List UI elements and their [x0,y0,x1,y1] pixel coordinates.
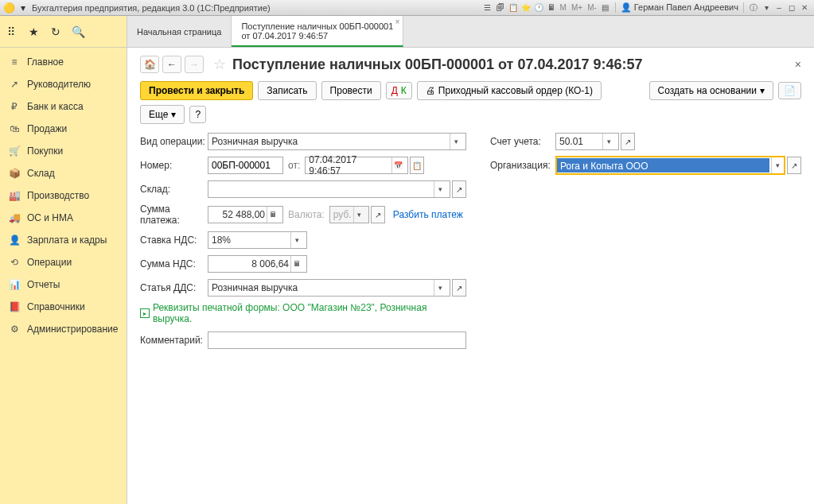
chevron-down-icon[interactable]: ▾ [771,157,784,173]
tab-label: Начальная страница [137,27,221,37]
tb-icon-1[interactable]: ☰ [481,2,494,14]
doc-state-icon[interactable]: 📋 [410,157,424,174]
chevron-down-icon[interactable]: ▾ [434,181,446,197]
tab-close-icon[interactable]: × [395,17,399,26]
mem-mminus[interactable]: M- [585,3,599,12]
nav-admin[interactable]: ⚙Администрирование [0,318,127,340]
tab-line2: от 07.04.2017 9:46:57 [241,31,393,41]
info-icon[interactable]: ⓘ [747,2,760,14]
more-button[interactable]: Еще ▾ [140,105,185,124]
tb-icon-list[interactable]: ▤ [599,2,612,14]
dropdown-icon-2[interactable]: ▾ [760,2,773,14]
op-type-select[interactable]: Розничная выручка ▾ [208,133,466,150]
nav-directories[interactable]: 📕Справочники [0,296,127,318]
currency-select: руб. ▾ [329,206,369,223]
apps-icon[interactable]: ⠿ [2,22,21,41]
nav-sales[interactable]: 🛍Продажи [0,118,127,140]
nav-salary[interactable]: 👤Зарплата и кадры [0,229,127,251]
vat-rate-select[interactable]: 18% ▾ [208,231,307,249]
split-payment-link[interactable]: Разбить платеж [393,209,463,220]
ruble-icon: ₽ [8,100,21,113]
open-dds-button[interactable]: ↗ [452,279,466,297]
nav-bank[interactable]: ₽Банк и касса [0,95,127,118]
report-button[interactable]: 📄 [778,82,801,99]
nav-label: Руководителю [27,79,91,90]
dropdown-icon[interactable]: ▾ [18,2,29,14]
search-icon[interactable]: 🔍 [68,22,88,41]
tb-icon-2[interactable]: 🗐 [494,2,507,14]
organization-select[interactable]: Рога и Копыта ООО ▾ [555,156,785,175]
home-button[interactable]: 🏠 [140,56,159,73]
open-organization-button[interactable]: ↗ [787,157,801,174]
person-icon: 👤 [8,234,21,246]
post-and-close-button[interactable]: Провести и закрыть [140,81,253,100]
debit-credit-button[interactable]: ДК [386,82,412,99]
mem-m[interactable]: M [558,3,569,12]
back-button[interactable]: ← [162,56,181,73]
open-warehouse-button[interactable]: ↗ [452,180,466,198]
sum-input[interactable]: 52 488,00 🖩 [208,206,283,223]
tb-icon-3[interactable]: 📋 [507,2,520,14]
nav-main[interactable]: ≡Главное [0,51,127,73]
nav-production[interactable]: 🏭Производство [0,184,127,207]
nav-reports[interactable]: 📊Отчеты [0,273,127,296]
chevron-down-icon[interactable]: ▾ [602,134,615,149]
maximize-icon[interactable]: ◻ [785,2,798,14]
document-close-icon[interactable]: × [795,58,801,71]
nav-purchases[interactable]: 🛒Покупки [0,140,127,162]
toolbar: Провести и закрыть Записать Провести ДК … [140,81,801,124]
forward-button[interactable]: → [185,56,204,73]
close-window-icon[interactable]: ✕ [798,2,811,14]
post-button[interactable]: Провести [321,81,381,100]
nav-assets[interactable]: 🚚ОС и НМА [0,207,127,229]
chevron-down-icon[interactable]: ▾ [450,134,462,149]
dds-select[interactable]: Розничная выручка ▾ [208,279,450,297]
vat-rate-label: Ставка НДС: [140,235,208,246]
calculator-icon[interactable]: 🖩 [290,256,303,272]
print-button[interactable]: 🖨Приходный кассовый ордер (КО-1) [417,81,602,100]
comment-input[interactable] [208,331,466,349]
history-icon[interactable]: ↻ [46,22,65,41]
favorite-star-icon[interactable]: ☆ [213,56,226,73]
tb-icon-4[interactable]: ⭐ [520,2,532,14]
requisites-link[interactable]: Реквизиты печатной формы: ООО "Магазин №… [153,302,466,324]
chevron-down-icon: ▾ [353,207,365,223]
tb-icon-5[interactable]: 🕐 [532,2,545,14]
app-icon-1c: 🟡 [3,2,14,14]
nav-manager[interactable]: ↗Руководителю [0,73,127,95]
help-button[interactable]: ? [189,106,206,123]
tb-icon-calc[interactable]: 🖩 [545,2,558,14]
nav-warehouse[interactable]: 📦Склад [0,162,127,184]
organization-value: Рога и Копыта ООО [557,158,769,173]
nav: ≡Главное ↗Руководителю ₽Банк и касса 🛍Пр… [0,48,127,343]
calendar-icon[interactable]: 📅 [391,157,404,173]
nav-label: ОС и НМА [27,212,73,223]
expand-arrow-icon[interactable]: ▸ [140,308,150,318]
document-title: Поступление наличных 00БП-000001 от 07.0… [232,56,795,73]
mem-mplus[interactable]: M+ [569,3,585,12]
minimize-icon[interactable]: – [773,2,785,14]
number-input[interactable] [208,157,283,174]
date-input[interactable]: 07.04.2017 9:46:57 📅 [305,157,408,174]
chevron-down-icon[interactable]: ▾ [290,232,303,248]
write-button[interactable]: Записать [258,81,316,100]
cart-icon: 🛒 [8,145,21,157]
tab-start[interactable]: Начальная страница [127,16,232,47]
factory-icon: 🏭 [8,189,21,202]
calculator-icon[interactable]: 🖩 [267,207,279,223]
account-select[interactable]: 50.01 ▾ [555,133,619,150]
tab-document[interactable]: Поступление наличных 00БП-000001 от 07.0… [232,16,403,47]
vat-sum-input[interactable]: 8 006,64 🖩 [208,255,307,273]
open-currency-button[interactable]: ↗ [371,206,385,223]
document-area: 🏠 ← → ☆ Поступление наличных 00БП-000001… [127,48,814,504]
vat-sum-label: Сумма НДС: [140,258,208,269]
create-based-on-button[interactable]: Создать на основании ▾ [649,81,774,100]
chevron-down-icon[interactable]: ▾ [434,280,446,296]
nav-operations[interactable]: ⟲Операции [0,251,127,273]
currency-label: Валюта: [288,209,325,220]
org-label: Организация: [490,160,555,171]
open-account-button[interactable]: ↗ [621,133,635,150]
warehouse-select[interactable]: ▾ [208,180,450,198]
gear-icon: ⚙ [8,323,21,335]
star-icon[interactable]: ★ [24,22,43,41]
